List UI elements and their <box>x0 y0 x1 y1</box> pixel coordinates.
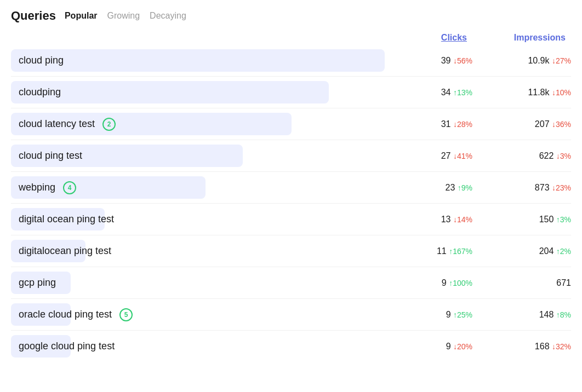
clicks-cell: 27 ↓41% <box>385 151 472 161</box>
clicks-cell: 31 ↓28% <box>385 119 472 129</box>
query-cell: oracle cloud ping test5 <box>11 303 385 326</box>
query-cell: gcp ping <box>11 272 385 294</box>
impressions-cell: 148 ↑8% <box>472 310 571 320</box>
clicks-change: ↑13% <box>453 88 472 97</box>
impressions-cell: 11.8k ↓10% <box>472 88 571 97</box>
clicks-value: 9 <box>446 342 453 351</box>
impressions-value: 204 <box>539 246 556 256</box>
clicks-change: ↑25% <box>453 310 472 319</box>
impressions-change: ↓23% <box>552 183 571 192</box>
impressions-value: 207 <box>535 119 552 129</box>
clicks-cell: 13 ↓14% <box>385 215 472 224</box>
table-row[interactable]: digitalocean ping test11 ↑167%204 ↑2% <box>11 235 571 267</box>
impressions-change: ↓36% <box>552 120 571 129</box>
impressions-cell: 168 ↓32% <box>472 342 571 351</box>
query-text: cloud ping <box>11 49 71 72</box>
table-row[interactable]: google cloud ping test9 ↓20%168 ↓32% <box>11 331 571 362</box>
query-text: digitalocean ping test <box>11 240 119 262</box>
clicks-cell: 9 ↓20% <box>385 342 472 351</box>
impressions-value: 148 <box>539 310 556 319</box>
table-row[interactable]: oracle cloud ping test59 ↑25%148 ↑8% <box>11 299 571 331</box>
impressions-change: ↓27% <box>552 56 571 65</box>
clicks-change: ↓56% <box>453 56 472 65</box>
query-badge: 5 <box>119 308 133 321</box>
clicks-cell: 23 ↑9% <box>385 183 472 193</box>
query-text: cloudping <box>11 81 69 103</box>
impressions-change: ↑3% <box>556 215 571 224</box>
clicks-value: 11 <box>437 246 449 256</box>
query-text: cloud ping test <box>11 145 90 167</box>
query-cell: cloud ping <box>11 49 385 72</box>
impressions-value: 11.8k <box>528 88 552 97</box>
impressions-value: 168 <box>535 342 552 351</box>
bar-container: oracle cloud ping test5 <box>11 303 385 326</box>
table-row[interactable]: cloud latency test231 ↓28%207 ↓36% <box>11 108 571 140</box>
header: Queries Popular Growing Decaying <box>11 9 571 25</box>
bar-container: cloud ping test <box>11 145 385 167</box>
impressions-cell: 207 ↓36% <box>472 119 571 129</box>
query-text: google cloud ping test <box>11 335 122 358</box>
clicks-cell: 9 ↑100% <box>385 278 472 288</box>
query-cell: cloud latency test2 <box>11 113 385 135</box>
impressions-change: ↑8% <box>556 310 571 319</box>
clicks-value: 34 <box>441 88 453 97</box>
bar-container: gcp ping <box>11 272 385 294</box>
table-row[interactable]: webping423 ↑9%873 ↓23% <box>11 172 571 204</box>
impressions-change: ↓32% <box>552 342 571 351</box>
query-text: gcp ping <box>11 272 64 294</box>
bar-container: digitalocean ping test <box>11 240 385 262</box>
bar-container: cloud ping <box>11 49 385 72</box>
impressions-header[interactable]: Impressions <box>467 33 566 43</box>
impressions-change: ↓10% <box>552 88 571 97</box>
tab-growing[interactable]: Growing <box>105 10 142 22</box>
clicks-change: ↓28% <box>453 120 472 129</box>
query-cell: google cloud ping test <box>11 335 385 358</box>
table-row[interactable]: cloudping34 ↑13%11.8k ↓10% <box>11 77 571 108</box>
impressions-value: 873 <box>535 183 552 192</box>
table-row[interactable]: digital ocean ping test13 ↓14%150 ↑3% <box>11 204 571 235</box>
clicks-header[interactable]: Clicks <box>379 33 467 43</box>
impressions-value: 10.9k <box>528 56 552 65</box>
query-cell: digitalocean ping test <box>11 240 385 262</box>
bar-container: cloud latency test2 <box>11 113 385 135</box>
clicks-cell: 11 ↑167% <box>385 246 472 256</box>
rows-container: cloud ping39 ↓56%10.9k ↓27%cloudping34 ↑… <box>11 45 571 362</box>
impressions-value: 150 <box>539 215 556 224</box>
impressions-cell: 671 <box>472 278 571 288</box>
impressions-cell: 622 ↓3% <box>472 151 571 161</box>
table-row[interactable]: cloud ping test27 ↓41%622 ↓3% <box>11 140 571 172</box>
query-text: webping <box>11 176 63 199</box>
clicks-value: 39 <box>441 56 453 65</box>
clicks-change: ↓14% <box>453 215 472 224</box>
impressions-change: ↑2% <box>556 247 571 256</box>
tab-decaying[interactable]: Decaying <box>147 10 189 22</box>
clicks-change: ↓41% <box>453 152 472 160</box>
clicks-change: ↑9% <box>458 183 472 192</box>
clicks-value: 23 <box>446 183 458 192</box>
bar-container: webping4 <box>11 176 385 199</box>
bar-container: google cloud ping test <box>11 335 385 358</box>
clicks-change: ↑167% <box>449 247 472 256</box>
impressions-value: 671 <box>556 278 571 287</box>
impressions-cell: 10.9k ↓27% <box>472 56 571 66</box>
tab-popular[interactable]: Popular <box>62 10 100 22</box>
query-cell: digital ocean ping test <box>11 208 385 230</box>
clicks-change: ↓20% <box>453 342 472 351</box>
clicks-change: ↑100% <box>449 279 472 287</box>
impressions-change: ↓3% <box>556 152 571 160</box>
impressions-cell: 150 ↑3% <box>472 215 571 224</box>
impressions-cell: 204 ↑2% <box>472 246 571 256</box>
query-text: oracle cloud ping test <box>11 303 119 326</box>
clicks-value: 31 <box>441 119 453 129</box>
query-badge: 4 <box>63 181 76 194</box>
table-row[interactable]: gcp ping9 ↑100%671 <box>11 267 571 299</box>
query-cell: webping4 <box>11 176 385 199</box>
table-row[interactable]: cloud ping39 ↓56%10.9k ↓27% <box>11 45 571 77</box>
query-cell: cloud ping test <box>11 145 385 167</box>
query-text: digital ocean ping test <box>11 208 122 230</box>
query-cell: cloudping <box>11 81 385 103</box>
column-headers: Clicks Impressions <box>11 33 571 43</box>
clicks-cell: 9 ↑25% <box>385 310 472 320</box>
clicks-value: 9 <box>446 310 453 319</box>
clicks-value: 9 <box>442 278 449 287</box>
